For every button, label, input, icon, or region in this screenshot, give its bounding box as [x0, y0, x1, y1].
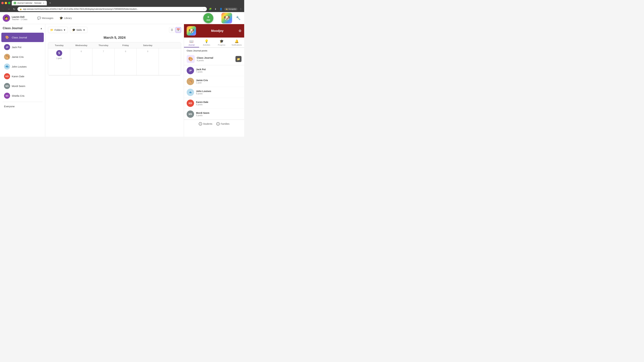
skills-icon: 🎓 [72, 28, 76, 31]
jack-pot-avatar: JP [4, 44, 10, 50]
cal-header-saturday: Saturday [137, 42, 159, 48]
karen-dale-initials: KD [6, 75, 9, 78]
john-louises-right-posts: 6 posts [196, 92, 211, 95]
library-icon: 🎓 [59, 16, 63, 20]
jack-pot-right-avatar: JP [187, 67, 194, 74]
browser-tab[interactable]: S Journal Calendar - Seesaw ✕ [12, 1, 47, 5]
tab-activities[interactable]: 💡 Activities [199, 37, 214, 47]
back-btn[interactable]: ← [1, 7, 5, 11]
messages-link[interactable]: 💬 Messages [36, 15, 55, 21]
journal-tab-icon: 📖 [189, 39, 194, 43]
sidebar-item-mordi-seem[interactable]: MS Mordi Seem [1, 81, 44, 91]
karen-dale-right-name: Karen Dale [196, 101, 208, 103]
tab-notifications[interactable]: 🔔 Notifications [229, 37, 244, 47]
user-info: 🧑 Lauren Deli Teacher - 1 Class [3, 14, 33, 22]
mordi-seem-avatar: MS [4, 83, 10, 89]
progress-tab-label: Progress [218, 44, 225, 46]
view-toggle: ☰ 📅 [169, 27, 181, 33]
cal-day-5-number: 5 [56, 50, 62, 56]
sidebar-everyone[interactable]: Everyone [0, 103, 45, 109]
class-journal-card[interactable]: 🎨 Class Journal 9 posts 📁 [184, 53, 244, 65]
everyone-label: Everyone [4, 105, 14, 108]
user-avatar: 🧑 [3, 14, 10, 22]
tab-progress[interactable]: 🎓 Progress [214, 37, 229, 47]
jamie-cris-emoji: 🐴 [5, 55, 9, 59]
menu-btn[interactable]: ⋮ [239, 7, 243, 11]
class-journal-card-name: Class Journal [197, 56, 236, 59]
cal-day-7-number: 7 [94, 50, 113, 53]
cal-day-9[interactable]: 9 [137, 48, 159, 75]
skills-dropdown[interactable]: 🎓 Skills ▼ [70, 27, 88, 33]
sidebar-item-class-journal[interactable]: 🎨 Class Journal [1, 33, 44, 42]
incognito-label: Incognito [228, 8, 236, 10]
cal-day-extra [159, 48, 181, 75]
student-item-jamie-cris[interactable]: 🐴 Jamie Cris 1 post [184, 76, 244, 87]
cal-header-wednesday: Wednesday [70, 42, 92, 48]
incognito-badge: 🕵 Incognito [224, 8, 238, 10]
window-minimize-btn[interactable] [5, 2, 7, 4]
class-journal-folder-btn[interactable]: 📁 [236, 56, 242, 62]
tab-title: Journal Calendar - Seesaw [17, 2, 42, 4]
folders-dropdown[interactable]: 📁 Folders ▼ [48, 27, 68, 33]
incognito-icon: 🕵 [226, 8, 228, 10]
student-item-jack-pot[interactable]: JP Jack Pot 7 posts [184, 65, 244, 76]
families-btn[interactable]: + Families [216, 122, 230, 125]
address-bar[interactable]: 🔒 app.seesaw.me/#/class/class.e01bf4c2-9… [18, 7, 207, 11]
library-label: Library [64, 16, 72, 19]
new-tab-btn[interactable]: + [48, 1, 52, 5]
add-plus-icon: + [207, 15, 210, 19]
john-louises-right-avatar: 🐟 [187, 89, 194, 96]
add-button[interactable]: + Add [203, 13, 213, 23]
student-item-john-louises[interactable]: 🐟 John Louises 6 posts [184, 87, 244, 98]
cal-day-7[interactable]: 7 [92, 48, 114, 75]
sidebar-item-class-journal-label: Class Journal [12, 36, 27, 39]
tab-close-btn[interactable]: ✕ [42, 2, 45, 4]
moodjoy-gear-icon[interactable]: ⚙ [238, 29, 242, 33]
tab-journal[interactable]: 📖 Journal [184, 37, 199, 47]
reload-btn[interactable]: ↻ [12, 7, 16, 11]
sidebar-item-john-louises[interactable]: 🐟 John Louises [1, 62, 44, 71]
profile-btn[interactable]: 👤 [219, 7, 223, 11]
add-label: Add [206, 19, 210, 21]
folders-label: Folders [54, 29, 62, 31]
cal-day-9-number: 9 [138, 50, 157, 53]
folder-icon: 📁 [50, 28, 54, 31]
john-louises-info: John Louises 6 posts [196, 90, 211, 95]
moodjoy-header-icon[interactable]: 🐶 [221, 13, 232, 23]
jack-pot-right-posts: 7 posts [196, 71, 206, 73]
activities-tab-label: Activities [203, 44, 210, 46]
forward-btn[interactable]: → [7, 7, 11, 11]
class-journal-card-avatar: 🎨 [187, 55, 195, 63]
sidebar-item-jamie-cris[interactable]: 🐴 Jamie Cris [1, 52, 44, 61]
skills-label: Skills [76, 29, 82, 31]
john-louises-emoji: 🐟 [5, 65, 9, 68]
sidebar-item-jack-pot-label: Jack Pot [12, 46, 22, 49]
window-close-btn[interactable] [1, 2, 4, 4]
sidebar-header[interactable]: Class Journal ▲ [0, 24, 45, 32]
library-link[interactable]: 🎓 Library [58, 15, 74, 21]
sidebar-item-john-louises-label: John Louises [12, 65, 26, 68]
sidebar-item-jack-pot[interactable]: JP Jack Pot [1, 42, 44, 52]
download-btn[interactable]: ⬇ [214, 7, 218, 11]
url-text: app.seesaw.me/#/class/class.e01bf4c2-9a2… [23, 8, 202, 10]
settings-btn[interactable]: 🔧 [235, 15, 242, 21]
cal-day-6[interactable]: 6 [70, 48, 92, 75]
students-btn[interactable]: + Students [199, 122, 212, 125]
students-label: Students [203, 122, 212, 125]
address-bar-row: ← → ↻ 🔒 app.seesaw.me/#/class/class.e01b… [0, 6, 244, 12]
calendar-view-btn[interactable]: 📅 [176, 27, 181, 33]
jamie-cris-info: Jamie Cris 1 post [196, 79, 208, 84]
messages-label: Messages [42, 16, 53, 19]
cal-day-8[interactable]: 8 [114, 48, 137, 75]
extensions-btn[interactable]: 🧩 [208, 7, 212, 11]
student-item-karen-dale[interactable]: KD Karen Dale 5 posts [184, 98, 244, 109]
window-maximize-btn[interactable] [8, 2, 10, 4]
list-view-btn[interactable]: ☰ [169, 27, 175, 33]
top-nav: 🧑 Lauren Deli Teacher - 1 Class 💬 Messag… [0, 12, 244, 24]
sidebar-item-shiella-cris[interactable]: SC Shiella Cris [1, 91, 44, 100]
sidebar-divider [3, 102, 42, 102]
sidebar-item-karen-dale[interactable]: KD Karen Dale [1, 71, 44, 81]
sidebar-item-karen-dale-label: Karen Dale [12, 75, 24, 78]
student-item-mordi-seem[interactable]: MS Mordi Seem 5 posts [184, 109, 244, 120]
cal-day-5[interactable]: 5 1 post [48, 48, 70, 75]
